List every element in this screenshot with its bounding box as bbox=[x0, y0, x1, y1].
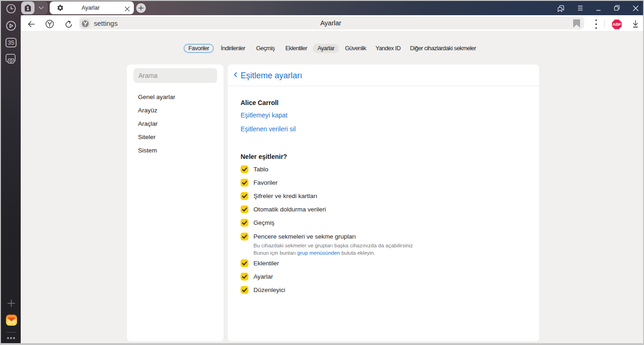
svg-text:ABP: ABP bbox=[613, 22, 621, 27]
svg-text:1: 1 bbox=[27, 6, 29, 11]
svg-text:35: 35 bbox=[8, 40, 14, 46]
